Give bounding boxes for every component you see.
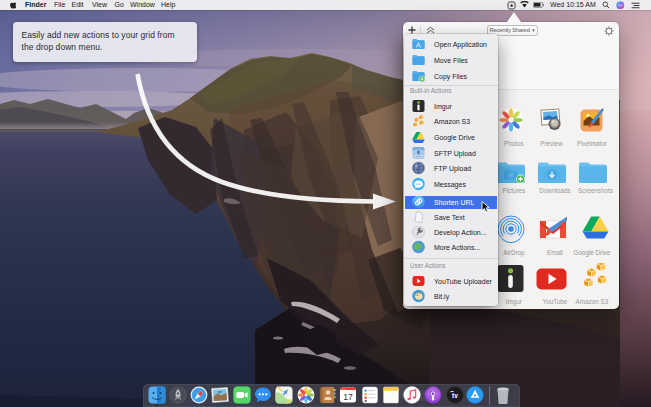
svg-text:tv: tv — [452, 392, 458, 399]
svg-text:JAN: JAN — [342, 388, 346, 390]
svg-text:SFTP: SFTP — [415, 155, 421, 157]
svg-text:17: 17 — [343, 392, 353, 402]
